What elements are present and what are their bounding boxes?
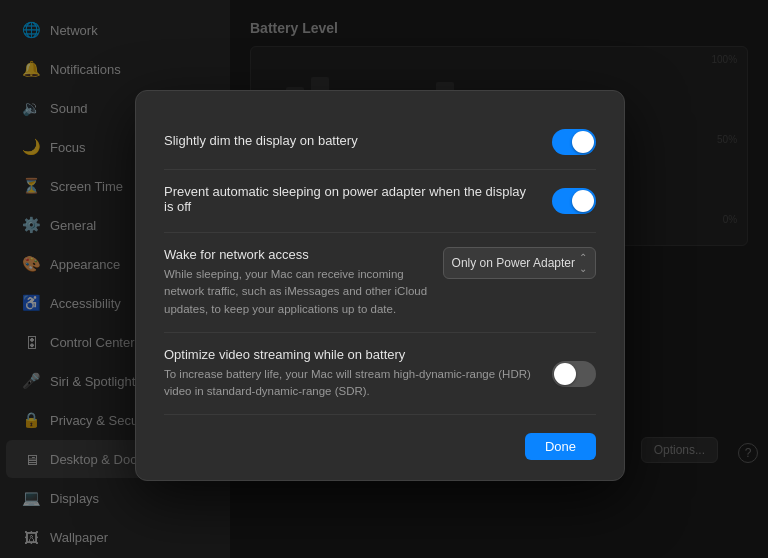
- battery-options-modal: Slightly dim the display on battery Prev…: [135, 90, 625, 481]
- dim-display-toggle-thumb: [572, 131, 594, 153]
- prevent-sleep-toggle[interactable]: [552, 188, 596, 214]
- wake-network-desc: While sleeping, your Mac can receive inc…: [164, 266, 433, 318]
- dim-display-title: Slightly dim the display on battery: [164, 133, 532, 148]
- wake-network-content: Wake for network access While sleeping, …: [164, 247, 443, 318]
- prevent-sleep-row: Prevent automatic sleeping on power adap…: [164, 170, 596, 233]
- optimize-video-toggle-thumb: [554, 363, 576, 385]
- wake-network-select[interactable]: Only on Power Adapter ⌃⌄: [443, 247, 596, 279]
- modal-footer: Done: [164, 433, 596, 460]
- dim-display-row: Slightly dim the display on battery: [164, 115, 596, 170]
- wake-network-row: Wake for network access While sleeping, …: [164, 233, 596, 333]
- optimize-video-title: Optimize video streaming while on batter…: [164, 347, 532, 362]
- dim-display-content: Slightly dim the display on battery: [164, 133, 552, 152]
- optimize-video-toggle[interactable]: [552, 361, 596, 387]
- dim-display-toggle[interactable]: [552, 129, 596, 155]
- optimize-video-content: Optimize video streaming while on batter…: [164, 347, 552, 401]
- chevron-updown-icon: ⌃⌄: [579, 252, 587, 274]
- optimize-video-desc: To increase battery life, your Mac will …: [164, 366, 532, 401]
- prevent-sleep-toggle-thumb: [572, 190, 594, 212]
- wake-network-select-value: Only on Power Adapter: [452, 256, 575, 270]
- done-button[interactable]: Done: [525, 433, 596, 460]
- optimize-video-row: Optimize video streaming while on batter…: [164, 333, 596, 416]
- wake-network-title: Wake for network access: [164, 247, 433, 262]
- prevent-sleep-title: Prevent automatic sleeping on power adap…: [164, 184, 532, 214]
- prevent-sleep-content: Prevent automatic sleeping on power adap…: [164, 184, 552, 218]
